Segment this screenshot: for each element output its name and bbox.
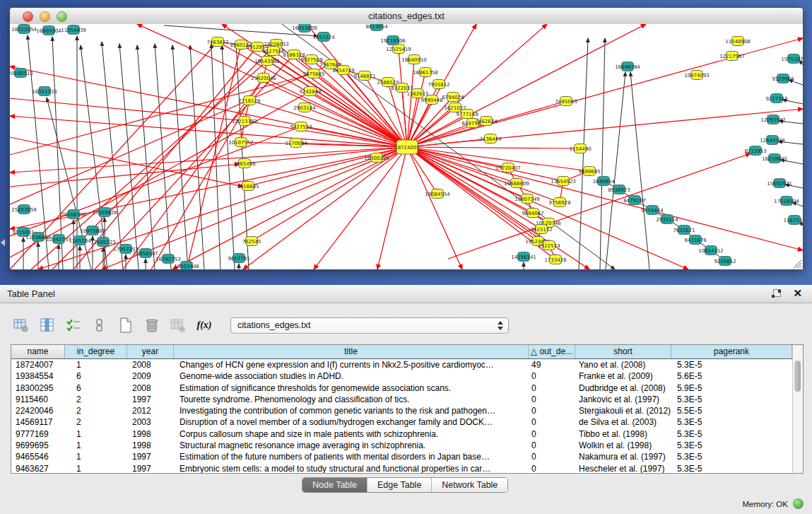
graph-node[interactable]: 9245852	[714, 257, 736, 266]
table-row[interactable]: 946362711997Embryonic stem cells: a mode…	[11, 463, 792, 473]
graph-edge[interactable]	[407, 147, 580, 148]
graph-node[interactable]: 1154490	[569, 144, 591, 153]
graph-node[interactable]: 12217987	[719, 52, 745, 61]
graph-node[interactable]: 1170084	[285, 139, 307, 148]
graph-node[interactable]: 18312054	[11, 25, 37, 34]
graph-node[interactable]: 8938923	[608, 185, 630, 194]
table-row[interactable]: 1456911722003Disruption of a novel membe…	[11, 416, 792, 428]
graph-node[interactable]: 14196141	[511, 252, 536, 262]
create-column-button[interactable]	[117, 317, 134, 334]
graph-node[interactable]: 10975887	[80, 226, 105, 235]
table-row[interactable]: 1938455462009Genome-wide association stu…	[11, 370, 792, 382]
graph-edge[interactable]	[606, 72, 625, 269]
column-header-pagerank[interactable]: pagerank	[671, 345, 792, 358]
graph-edge[interactable]	[119, 44, 139, 269]
table-row[interactable]: 977716911998Corpus callosum shape and si…	[11, 428, 792, 440]
graph-edge[interactable]	[630, 72, 649, 269]
row-height-button[interactable]	[91, 317, 108, 334]
graph-node[interactable]: 8215953	[744, 146, 766, 156]
graph-node[interactable]: 2718126	[238, 96, 261, 105]
graph-node[interactable]: 1965498	[233, 159, 255, 168]
graph-edge[interactable]	[155, 44, 171, 269]
graph-node[interactable]: 9329966	[772, 74, 794, 83]
graph-node[interactable]: 20160513	[10, 69, 33, 78]
close-panel-icon[interactable]: ✕	[793, 287, 802, 300]
graph-node[interactable]: 7955812	[428, 80, 449, 89]
graph-edge[interactable]	[10, 164, 240, 187]
table-row[interactable]: 969969511998Structural magnetic resonanc…	[11, 440, 792, 451]
graph-node[interactable]: 16053809	[292, 24, 317, 33]
graph-node[interactable]: 16210643	[762, 154, 787, 163]
float-panel-icon[interactable]	[772, 289, 781, 298]
graph-node[interactable]: 10974093	[684, 71, 710, 80]
graph-node[interactable]: 7632621	[673, 226, 695, 235]
table-row[interactable]: 1872400712008Changes of HCN gene express…	[11, 359, 792, 370]
graph-edge[interactable]	[248, 147, 407, 186]
graph-node[interactable]: 9884067	[522, 209, 543, 218]
graph-edge[interactable]	[190, 45, 204, 269]
graph-edge[interactable]	[407, 147, 803, 250]
graph-node[interactable]: 12325419	[386, 45, 411, 54]
vertical-scrollbar[interactable]	[792, 345, 803, 473]
graph-edge[interactable]	[252, 147, 407, 241]
function-builder-button[interactable]: f(x)	[196, 317, 213, 334]
network-graph[interactable]: 1872400774638228960124991295423226053952…	[10, 24, 803, 269]
delete-column-button[interactable]	[143, 317, 160, 334]
graph-node[interactable]: 12093582	[760, 115, 786, 124]
column-header-title[interactable]: title	[174, 345, 529, 358]
graph-edge[interactable]	[211, 44, 220, 269]
column-header-short[interactable]: short	[575, 345, 671, 358]
table-settings-button[interactable]	[13, 317, 30, 334]
graph-node[interactable]: 10654112	[698, 246, 724, 255]
graph-node[interactable]: 11254439	[61, 25, 86, 35]
graph-edge[interactable]	[579, 38, 588, 269]
graph-node[interactable]: 7857224	[312, 33, 335, 42]
graph-node[interactable]: 10107552	[228, 138, 254, 147]
graph-node[interactable]: 16905504	[36, 26, 61, 35]
graph-node[interactable]: 19384554	[425, 189, 450, 199]
graph-node[interactable]: 7463822	[206, 37, 228, 47]
graph-node[interactable]: 23420046	[251, 74, 276, 83]
graph-node[interactable]: 2935114	[656, 215, 678, 224]
network-canvas[interactable]: 1872400774638228960124991295423226053952…	[10, 24, 803, 269]
table-selector-dropdown[interactable]: citations_edges.txt	[230, 317, 509, 334]
network-window[interactable]: citations_edges.txt 18724007746382289601…	[9, 7, 804, 270]
graph-node[interactable]: 18640910	[401, 55, 427, 64]
graph-edge[interactable]	[172, 147, 407, 269]
graph-node[interactable]: 15692971	[767, 179, 792, 188]
column-header-year[interactable]: year	[127, 345, 174, 358]
graph-node[interactable]: 25203059	[11, 205, 37, 214]
column-header-in_degree[interactable]: in_degree	[65, 345, 127, 358]
graph-edge[interactable]	[10, 64, 331, 204]
column-header-name[interactable]: name	[11, 345, 65, 358]
splitter-collapse-icon[interactable]	[1, 239, 5, 246]
graph-node[interactable]: 16351333	[32, 87, 57, 96]
graph-node[interactable]: 762545	[242, 237, 261, 246]
window-titlebar[interactable]: citations_edges.txt	[10, 8, 803, 25]
graph-node[interactable]: 1840954	[592, 177, 615, 186]
graph-edge[interactable]	[310, 91, 407, 147]
graph-node[interactable]: 15751074	[781, 54, 803, 64]
graph-node[interactable]: 8813054	[365, 24, 388, 31]
graph-node[interactable]: 16961758	[413, 68, 438, 77]
show-columns-button[interactable]	[39, 317, 56, 334]
column-header-out_degree[interactable]: △ out_de...	[529, 345, 575, 358]
graph-node[interactable]: 17016504	[774, 197, 799, 206]
graph-node[interactable]: 16648784	[615, 62, 640, 71]
graph-node[interactable]: 1733426	[544, 255, 567, 264]
graph-node[interactable]: 9227343	[765, 94, 787, 103]
tab-network-table[interactable]: Network Table	[432, 478, 507, 492]
table-row[interactable]: 1830029562008Estimation of significance …	[11, 382, 792, 394]
graph-node[interactable]: 12923448	[174, 262, 199, 270]
graph-node[interactable]: 19218506	[380, 36, 406, 45]
graph-node[interactable]: 17359928	[92, 208, 117, 217]
graph-edge[interactable]	[243, 147, 407, 269]
graph-node[interactable]: 2136444	[479, 134, 502, 144]
graph-node[interactable]: 18724007	[394, 140, 420, 154]
select-columns-button[interactable]	[65, 317, 82, 334]
graph-node[interactable]: 1145194	[69, 236, 91, 245]
table-row[interactable]: 2242004622012Investigating the contribut…	[11, 405, 792, 416]
graph-node[interactable]: 9857791	[228, 254, 249, 263]
graph-edge[interactable]	[267, 61, 407, 147]
graph-node[interactable]: 11548908	[725, 37, 751, 46]
